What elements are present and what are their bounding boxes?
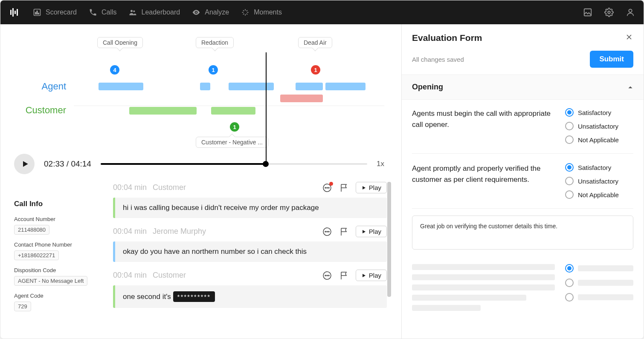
close-panel-button[interactable] bbox=[625, 33, 633, 43]
radio-input[interactable] bbox=[565, 108, 574, 117]
call-timeline: Call OpeningRedactionDead Air 411 Agent bbox=[0, 24, 401, 149]
progress-bar[interactable] bbox=[101, 163, 367, 165]
comment-textarea[interactable]: Great job on verifying the customer deta… bbox=[412, 215, 633, 250]
nav-moments[interactable]: Moments bbox=[241, 8, 282, 17]
radio-input[interactable] bbox=[565, 279, 574, 287]
radio-input[interactable] bbox=[565, 264, 574, 273]
call-info-title: Call Info bbox=[14, 200, 103, 208]
svg-point-17 bbox=[328, 187, 329, 188]
radio-option[interactable]: Not Applicable bbox=[565, 190, 633, 199]
chevron-up-icon bbox=[627, 84, 633, 90]
section-header-opening[interactable]: Opening bbox=[402, 75, 644, 100]
radio-option[interactable]: Unsatisfactory bbox=[565, 122, 633, 130]
radio-label: Unsatisfactory bbox=[578, 123, 618, 130]
flag-icon[interactable] bbox=[339, 226, 350, 237]
evaluation-question: Agents must begin the call with appropri… bbox=[412, 108, 633, 154]
svg-rect-11 bbox=[584, 9, 592, 16]
nav-label: Leaderboard bbox=[141, 9, 180, 16]
radio-input[interactable] bbox=[565, 122, 574, 130]
transcript-scrollbar[interactable] bbox=[387, 182, 391, 297]
radio-label: Unsatisfactory bbox=[578, 178, 618, 185]
radio-input[interactable] bbox=[565, 163, 574, 172]
radio-input[interactable] bbox=[565, 190, 574, 199]
transcript-time: 00:04 min bbox=[113, 271, 147, 280]
close-icon bbox=[625, 33, 633, 41]
flag-icon[interactable] bbox=[339, 182, 350, 193]
timeline-badge[interactable]: 1 bbox=[311, 65, 320, 75]
timeline-tag[interactable]: Dead Air bbox=[298, 37, 332, 48]
phone-icon bbox=[89, 8, 97, 17]
sparkle-icon bbox=[241, 8, 249, 17]
agent-track[interactable] bbox=[74, 82, 384, 91]
call-info-sidebar: Call Info Account Number211488080Contact… bbox=[14, 182, 103, 339]
radio-option[interactable]: Unsatisfactory bbox=[565, 177, 633, 185]
panel-title: Evaluation Form bbox=[412, 33, 482, 43]
submit-button[interactable]: Submit bbox=[590, 51, 633, 68]
nav-label: Analyze bbox=[205, 9, 229, 16]
svg-point-13 bbox=[629, 9, 632, 12]
timeline-tags-bottom: Customer - Negative ... bbox=[74, 137, 384, 149]
nav-calls[interactable]: Calls bbox=[89, 8, 117, 17]
timeline-badges-bottom: 1 bbox=[74, 122, 384, 132]
radio-input[interactable] bbox=[565, 177, 574, 185]
user-icon[interactable] bbox=[626, 8, 635, 17]
customer-track[interactable] bbox=[74, 106, 384, 115]
call-info-label: Agent Code bbox=[14, 293, 103, 299]
play-icon bbox=[361, 229, 366, 234]
eye-icon bbox=[192, 8, 200, 17]
svg-point-12 bbox=[608, 11, 610, 14]
radio-label: Not Applicable bbox=[578, 136, 619, 144]
svg-rect-1 bbox=[12, 8, 14, 17]
svg-point-24 bbox=[327, 275, 328, 276]
play-snippet-button[interactable]: Play bbox=[356, 226, 387, 237]
svg-point-9 bbox=[133, 10, 135, 12]
svg-point-25 bbox=[328, 275, 329, 276]
transcript-area: 00:04 minCustomerPlayhi i was calling be… bbox=[113, 182, 391, 339]
timeline-badge[interactable]: 4 bbox=[110, 65, 119, 75]
progress-thumb[interactable] bbox=[263, 161, 269, 167]
gear-icon[interactable] bbox=[604, 8, 614, 17]
radio-option[interactable]: Not Applicable bbox=[565, 135, 633, 144]
question-text: Agent promptly and properly verified the… bbox=[412, 163, 555, 199]
call-info-field: Account Number211488080 bbox=[14, 216, 103, 235]
transcript-block: 00:04 minJerome MurphyPlayokay do you ha… bbox=[113, 226, 387, 262]
svg-point-23 bbox=[325, 275, 326, 276]
app-logo[interactable] bbox=[9, 6, 21, 18]
transcript-speaker: Jerome Murphy bbox=[153, 227, 206, 236]
comment-icon[interactable] bbox=[322, 226, 333, 237]
play-snippet-button[interactable]: Play bbox=[356, 182, 387, 193]
nav-leaderboard[interactable]: Leaderboard bbox=[128, 8, 180, 17]
timeline-tag[interactable]: Call Opening bbox=[97, 37, 143, 48]
radio-input[interactable] bbox=[565, 135, 574, 144]
play-snippet-button[interactable]: Play bbox=[356, 270, 387, 281]
timeline-badge[interactable]: 1 bbox=[209, 65, 218, 75]
radio-option[interactable]: Satisfactory bbox=[565, 163, 633, 172]
flag-icon[interactable] bbox=[339, 270, 350, 281]
svg-point-16 bbox=[327, 187, 328, 188]
call-info-label: Account Number bbox=[14, 216, 103, 222]
evaluation-question: Agent promptly and properly verified the… bbox=[412, 163, 633, 209]
call-info-value: 211488080 bbox=[14, 225, 49, 235]
playback-speed[interactable]: 1x bbox=[377, 160, 384, 168]
timeline-badge[interactable]: 1 bbox=[230, 122, 239, 132]
evaluation-panel: Evaluation Form All changes saved Submit… bbox=[401, 24, 644, 339]
radio-label: Not Applicable bbox=[578, 191, 619, 198]
radio-option[interactable]: Satisfactory bbox=[565, 108, 633, 117]
call-info-field: Agent Code729 bbox=[14, 293, 103, 311]
transcript-time: 00:04 min bbox=[113, 183, 147, 192]
top-nav: Scorecard Calls Leaderboard Analyze Mome… bbox=[0, 0, 644, 24]
svg-rect-6 bbox=[37, 11, 38, 14]
nav-analyze[interactable]: Analyze bbox=[192, 8, 229, 17]
svg-point-21 bbox=[328, 231, 329, 232]
time-display: 02:33 / 04:14 bbox=[44, 159, 91, 169]
timeline-tag[interactable]: Redaction bbox=[196, 37, 234, 48]
comment-icon[interactable] bbox=[322, 270, 333, 281]
play-button[interactable] bbox=[14, 154, 35, 174]
image-placeholder-icon[interactable] bbox=[583, 8, 592, 17]
nav-scorecard[interactable]: Scorecard bbox=[33, 8, 77, 17]
timeline-tag[interactable]: Customer - Negative ... bbox=[196, 137, 268, 148]
radio-label: Satisfactory bbox=[578, 109, 611, 116]
timeline-badges-top: 411 bbox=[74, 65, 384, 75]
comment-icon[interactable] bbox=[322, 182, 333, 193]
radio-input[interactable] bbox=[565, 293, 574, 302]
